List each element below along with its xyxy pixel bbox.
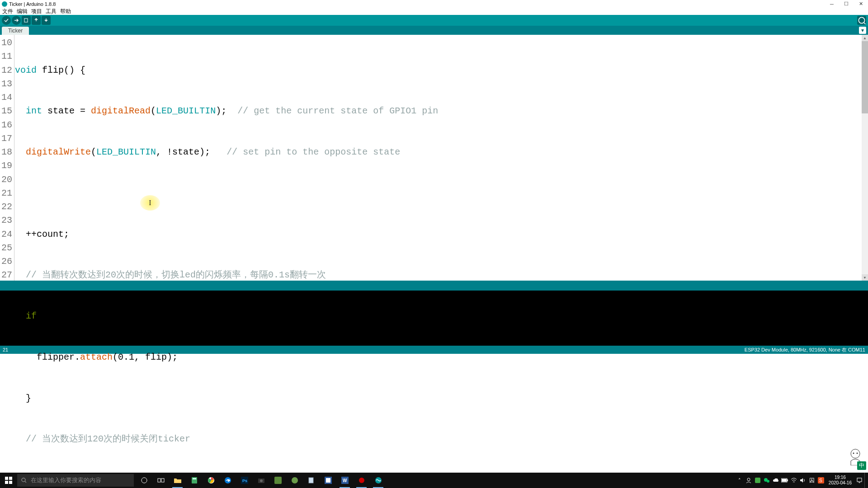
tray-battery-icon[interactable]: [781, 473, 789, 488]
line-number: 11: [0, 50, 12, 63]
comment: // get the current state of GPIO1 pin: [237, 106, 438, 116]
system-tray: ˄ 囚 S 19:16 2020-04-16: [736, 473, 868, 488]
keyword: if: [26, 311, 37, 321]
menu-tools[interactable]: 工具: [44, 8, 58, 15]
keyword: void: [15, 65, 37, 75]
close-button[interactable]: ✕: [854, 0, 868, 8]
tray-ime-icon[interactable]: 囚: [808, 473, 816, 488]
taskbar-explorer-icon[interactable]: [169, 473, 186, 488]
tray-wifi-icon[interactable]: [790, 473, 798, 488]
window-title: Ticker | Arduino 1.8.8: [9, 1, 56, 7]
taskbar-app2-icon[interactable]: [286, 473, 303, 488]
svg-rect-28: [326, 478, 330, 483]
svg-rect-0: [24, 19, 28, 22]
menu-sketch[interactable]: 项目: [30, 8, 43, 15]
menu-file[interactable]: 文件: [1, 8, 14, 15]
line-gutter: 101112131415161718192021222324252627: [0, 35, 14, 281]
taskbar-app3-icon[interactable]: [320, 473, 336, 488]
menu-edit[interactable]: 编辑: [15, 8, 29, 15]
tab-dropdown-button[interactable]: ▾: [859, 27, 866, 34]
status-line-number: 21: [3, 347, 8, 352]
line-number: 15: [0, 104, 12, 118]
taskbar-notepad-icon[interactable]: [303, 473, 320, 488]
open-button[interactable]: [32, 16, 41, 25]
taskbar-chrome-icon[interactable]: [203, 473, 219, 488]
task-view-icon[interactable]: [152, 473, 169, 488]
menu-help[interactable]: 帮助: [59, 8, 72, 15]
taskbar-record-icon[interactable]: [353, 473, 370, 488]
scroll-down-icon[interactable]: ▼: [862, 274, 868, 281]
upload-button[interactable]: [12, 16, 21, 25]
line-number: 19: [0, 159, 12, 173]
taskbar-camera-icon[interactable]: [253, 473, 269, 488]
minimize-button[interactable]: ─: [825, 0, 839, 8]
tab-bar: Ticker ▾: [0, 26, 868, 35]
tray-app-icon[interactable]: [754, 473, 762, 488]
svg-rect-16: [193, 478, 196, 479]
tray-date: 2020-04-16: [829, 480, 852, 486]
svg-rect-13: [158, 479, 160, 482]
maximize-button[interactable]: ☐: [839, 0, 854, 8]
scroll-up-icon[interactable]: ▲: [862, 35, 868, 41]
tray-notifications-icon[interactable]: [855, 473, 863, 488]
search-icon: [21, 477, 27, 483]
line-number: 14: [0, 91, 12, 104]
tray-time: 19:16: [835, 475, 846, 480]
svg-rect-8: [5, 481, 8, 484]
tray-wechat-icon[interactable]: [763, 473, 771, 488]
serial-monitor-button[interactable]: [857, 16, 866, 25]
comment: // 当翻转次数达到20次的时候，切换led的闪烁频率，每隔0.1s翻转一次: [26, 270, 326, 280]
menu-bar: 文件 编辑 项目 工具 帮助: [0, 8, 868, 15]
tray-people-icon[interactable]: [745, 473, 753, 488]
scroll-thumb[interactable]: [862, 41, 868, 113]
tray-clock[interactable]: 19:16 2020-04-16: [826, 475, 854, 486]
svg-rect-34: [755, 478, 760, 483]
taskbar-edge-icon[interactable]: [219, 473, 236, 488]
editor-scrollbar[interactable]: ▲ ▼: [862, 35, 868, 281]
line-number: 17: [0, 132, 12, 145]
function: digitalWrite: [26, 147, 91, 157]
tray-volume-icon[interactable]: [799, 473, 807, 488]
svg-rect-6: [5, 477, 8, 480]
line-number: 24: [0, 228, 12, 241]
tray-cloud-icon[interactable]: [772, 473, 780, 488]
constant: LED_BUILTIN: [156, 106, 216, 116]
ime-indicator[interactable]: 中: [857, 461, 866, 470]
comment: // 当次数达到120次的时候关闭ticker: [26, 434, 190, 444]
svg-rect-42: [857, 478, 862, 482]
constant: LED_BUILTIN: [96, 147, 156, 157]
svg-rect-9: [9, 481, 12, 484]
code-editor[interactable]: 101112131415161718192021222324252627 voi…: [0, 35, 868, 281]
svg-rect-24: [274, 477, 282, 484]
svg-rect-14: [161, 479, 164, 482]
tray-sogou-icon[interactable]: S: [817, 473, 825, 488]
cortana-icon[interactable]: [136, 473, 152, 488]
line-number: 18: [0, 145, 12, 159]
taskbar-word-icon[interactable]: W: [336, 473, 353, 488]
taskbar-calculator-icon[interactable]: [186, 473, 203, 488]
svg-rect-26: [309, 478, 313, 483]
code-area[interactable]: void flip() { int state = digitalRead(LE…: [14, 35, 862, 281]
svg-point-12: [142, 478, 147, 483]
svg-rect-39: [782, 479, 787, 482]
new-button[interactable]: [22, 16, 31, 25]
taskbar-search[interactable]: 在这里输入你要搜索的内容: [17, 474, 134, 487]
taskbar-arduino-icon[interactable]: [370, 473, 387, 488]
line-number: 27: [0, 268, 12, 282]
taskbar-app1-icon[interactable]: [269, 473, 286, 488]
start-button[interactable]: [0, 473, 17, 488]
svg-point-31: [359, 478, 364, 483]
tray-chevron-icon[interactable]: ˄: [736, 473, 744, 488]
arduino-logo-icon: [2, 1, 7, 7]
function: digitalRead: [91, 106, 151, 116]
line-number: 25: [0, 241, 12, 255]
svg-rect-38: [787, 479, 788, 481]
line-number: 26: [0, 255, 12, 268]
show-desktop-button[interactable]: [864, 473, 867, 488]
taskbar-photoshop-icon[interactable]: Ps: [236, 473, 253, 488]
tab-ticker[interactable]: Ticker: [2, 27, 29, 35]
save-button[interactable]: [42, 16, 51, 25]
verify-button[interactable]: [2, 16, 11, 25]
windows-taskbar: 在这里输入你要搜索的内容 Ps W ˄ 囚 S 19:16 2020-04-16: [0, 473, 868, 488]
svg-point-33: [747, 478, 750, 481]
